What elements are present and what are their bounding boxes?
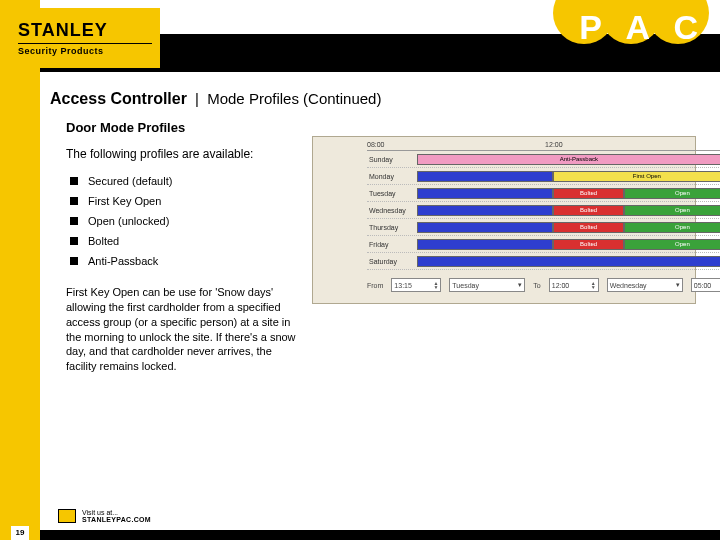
schedule-row: WednesdayBoltedOpen: [367, 202, 720, 219]
title-separator: |: [191, 90, 203, 107]
footer: Visit us at... STANLEYPAC.COM: [40, 508, 720, 540]
schedule-bar[interactable]: Open: [624, 188, 720, 199]
pac-letter-a: A: [625, 8, 650, 47]
schedule-bar[interactable]: Open: [624, 222, 720, 233]
schedule-time-axis: 08:00 12:00 16:00: [367, 141, 720, 151]
profile-label: Bolted: [88, 235, 119, 247]
schedule-bar[interactable]: [417, 171, 553, 182]
from-day-select[interactable]: Tuesday▾: [449, 278, 525, 292]
schedule-bar[interactable]: [417, 188, 553, 199]
schedule-bar[interactable]: Bolted: [553, 222, 624, 233]
schedule-panel: 08:00 12:00 16:00 SundayAnti-PassbackMon…: [312, 136, 696, 304]
profile-label: Anti-Passback: [88, 255, 158, 267]
title-bold: Access Controller: [50, 90, 187, 107]
schedule-bar[interactable]: First Open: [553, 171, 720, 182]
schedule-day-label: Saturday: [367, 258, 417, 265]
chevron-down-icon: ▾: [676, 281, 680, 289]
stanley-logo-text: STANLEY: [18, 20, 152, 41]
schedule-bar[interactable]: Bolted: [553, 239, 624, 250]
schedule-bar-track[interactable]: First Open: [417, 171, 720, 182]
schedule-row: TuesdayBoltedOpen: [367, 185, 720, 202]
duration-time-input[interactable]: 05:00▲▼: [691, 278, 720, 292]
bullet-icon: [70, 217, 78, 225]
profile-label: Open (unlocked): [88, 215, 169, 227]
title-rest: Mode Profiles (Continued): [207, 90, 381, 107]
from-label: From: [367, 282, 383, 289]
pac-letter-p: P: [579, 8, 602, 47]
left-accent-band: 19: [0, 0, 40, 540]
schedule-bar[interactable]: Anti-Passback: [417, 154, 720, 165]
bullet-icon: [70, 197, 78, 205]
schedule-bar[interactable]: [417, 239, 553, 250]
profile-label: Secured (default): [88, 175, 172, 187]
schedule-day-label: Sunday: [367, 156, 417, 163]
spinner-icon[interactable]: ▲▼: [433, 281, 438, 289]
schedule-day-label: Tuesday: [367, 190, 417, 197]
schedule-day-label: Thursday: [367, 224, 417, 231]
schedule-row: MondayFirst Open: [367, 168, 720, 185]
schedule-day-label: Friday: [367, 241, 417, 248]
schedule-day-label: Monday: [367, 173, 417, 180]
section-subhead: Door Mode Profiles: [66, 120, 720, 135]
schedule-day-label: Wednesday: [367, 207, 417, 214]
pac-letter-c: C: [673, 8, 698, 47]
schedule-bar-track[interactable]: [417, 256, 720, 267]
time-mark: 12:00: [545, 141, 563, 148]
schedule-bar[interactable]: [417, 222, 553, 233]
schedule-bar-track[interactable]: BoltedOpen: [417, 239, 720, 250]
schedule-row: Saturday: [367, 253, 720, 270]
body-paragraph: First Key Open can be use for 'Snow days…: [66, 285, 301, 374]
to-label: To: [533, 282, 540, 289]
visit-logo-icon: [58, 509, 76, 523]
bullet-icon: [70, 177, 78, 185]
schedule-bar-track[interactable]: BoltedOpen: [417, 222, 720, 233]
profile-label: First Key Open: [88, 195, 161, 207]
visit-line1: Visit us at...: [82, 509, 151, 517]
schedule-bar[interactable]: [417, 256, 720, 267]
schedule-bar[interactable]: Open: [624, 205, 720, 216]
schedule-row: FridayBoltedOpen: [367, 236, 720, 253]
to-day-select[interactable]: Wednesday▾: [607, 278, 683, 292]
schedule-row: ThursdayBoltedOpen: [367, 219, 720, 236]
schedule-footer: From 13:15▲▼ Tuesday▾ To 12:00▲▼ Wednesd…: [367, 278, 720, 292]
schedule-bar-track[interactable]: BoltedOpen: [417, 205, 720, 216]
footer-black-band: [40, 530, 720, 540]
schedule-bar[interactable]: Bolted: [553, 188, 624, 199]
pac-badge: P A C: [540, 0, 720, 60]
header: STANLEY Security Products P A C: [40, 0, 720, 72]
spinner-icon[interactable]: ▲▼: [591, 281, 596, 289]
stanley-logo-block: STANLEY Security Products: [10, 8, 160, 68]
chevron-down-icon: ▾: [518, 281, 522, 289]
schedule-bar[interactable]: Bolted: [553, 205, 624, 216]
to-time-input[interactable]: 12:00▲▼: [549, 278, 599, 292]
time-mark: 08:00: [367, 141, 385, 148]
visit-block: Visit us at... STANLEYPAC.COM: [58, 509, 151, 524]
visit-url: STANLEYPAC.COM: [82, 516, 151, 524]
schedule-row: SundayAnti-Passback: [367, 151, 720, 168]
stanley-logo-subtext: Security Products: [18, 43, 152, 56]
bullet-icon: [70, 237, 78, 245]
page-number: 19: [11, 526, 29, 540]
schedule-bar-track[interactable]: BoltedOpen: [417, 188, 720, 199]
bullet-icon: [70, 257, 78, 265]
schedule-bar[interactable]: Open: [624, 239, 720, 250]
page-title: Access Controller | Mode Profiles (Conti…: [50, 90, 381, 108]
schedule-bar[interactable]: [417, 205, 553, 216]
from-time-input[interactable]: 13:15▲▼: [391, 278, 441, 292]
schedule-bar-track[interactable]: Anti-Passback: [417, 154, 720, 165]
